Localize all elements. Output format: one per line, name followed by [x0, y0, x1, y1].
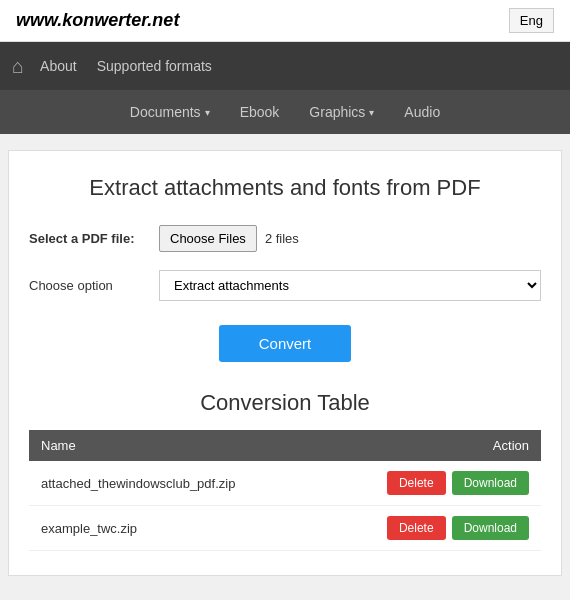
main-content: Extract attachments and fonts from PDF S…: [8, 150, 562, 576]
page-title: Extract attachments and fonts from PDF: [29, 175, 541, 201]
language-button[interactable]: Eng: [509, 8, 554, 33]
home-icon[interactable]: ⌂: [12, 55, 24, 78]
nav-about[interactable]: About: [40, 58, 77, 74]
graphics-dropdown-arrow: ▾: [369, 107, 374, 118]
delete-button[interactable]: Delete: [387, 516, 446, 540]
table-header-name: Name: [29, 430, 320, 461]
table-cell-action: DeleteDownload: [320, 506, 541, 550]
primary-nav: ⌂ About Supported formats: [0, 42, 570, 90]
documents-dropdown-arrow: ▾: [205, 107, 210, 118]
nav-graphics[interactable]: Graphics ▾: [309, 104, 374, 120]
file-select-row: Select a PDF file: Choose Files 2 files: [29, 225, 541, 252]
choose-files-button[interactable]: Choose Files: [159, 225, 257, 252]
nav-documents[interactable]: Documents ▾: [130, 104, 210, 120]
file-input-area: Choose Files 2 files: [159, 225, 541, 252]
table-cell-name: example_twc.zip: [29, 506, 320, 551]
nav-audio[interactable]: Audio: [404, 104, 440, 120]
option-row: Choose option Extract attachments Extrac…: [29, 270, 541, 301]
nav-ebook[interactable]: Ebook: [240, 104, 280, 120]
nav-supported-formats[interactable]: Supported formats: [97, 58, 212, 74]
table-cell-name: attached_thewindowsclub_pdf.zip: [29, 461, 320, 506]
table-cell-action: DeleteDownload: [320, 461, 541, 505]
file-count: 2 files: [265, 231, 299, 246]
table-title: Conversion Table: [29, 390, 541, 416]
option-label: Choose option: [29, 278, 159, 293]
top-bar: www.konwerter.net Eng: [0, 0, 570, 42]
convert-area: Convert: [29, 325, 541, 362]
file-label: Select a PDF file:: [29, 231, 159, 246]
convert-button[interactable]: Convert: [219, 325, 352, 362]
table-header-row: Name Action: [29, 430, 541, 461]
download-button[interactable]: Download: [452, 516, 529, 540]
delete-button[interactable]: Delete: [387, 471, 446, 495]
table-header-action: Action: [320, 430, 541, 461]
secondary-nav: Documents ▾ Ebook Graphics ▾ Audio: [0, 90, 570, 134]
option-select[interactable]: Extract attachments Extract fonts: [159, 270, 541, 301]
download-button[interactable]: Download: [452, 471, 529, 495]
table-row: example_twc.zipDeleteDownload: [29, 506, 541, 551]
site-title: www.konwerter.net: [16, 10, 179, 31]
table-row: attached_thewindowsclub_pdf.zipDeleteDow…: [29, 461, 541, 506]
conversion-table: Name Action attached_thewindowsclub_pdf.…: [29, 430, 541, 551]
